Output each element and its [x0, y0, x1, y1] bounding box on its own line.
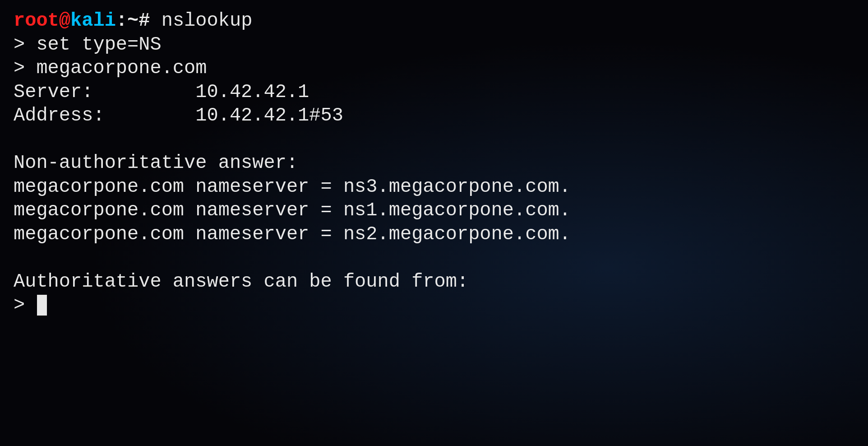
- prompt-at: @: [59, 10, 70, 32]
- output-address: Address: 10.42.42.1#53: [14, 104, 854, 128]
- output-ns3: megacorpone.com nameserver = ns3.megacor…: [14, 175, 854, 199]
- empty-line-2: [14, 246, 854, 270]
- address-value: 10.42.42.1#53: [105, 105, 343, 126]
- output-authoritative: Authoritative answers can be found from:: [14, 270, 854, 294]
- terminal-cursor: [37, 295, 47, 316]
- address-label: Address:: [14, 105, 105, 126]
- server-label: Server:: [14, 81, 93, 103]
- input-line-domain: > megacorpone.com: [14, 56, 854, 80]
- terminal-window: root@kali:~# nslookup > set type=NS > me…: [14, 9, 854, 317]
- output-non-auth: Non-authoritative answer:: [14, 151, 854, 175]
- prompt-path: ~: [127, 10, 139, 32]
- prompt-command: nslookup: [150, 10, 253, 32]
- output-ns2: megacorpone.com nameserver = ns2.megacor…: [14, 223, 854, 246]
- empty-line-1: [14, 128, 854, 152]
- prompt-hash: #: [139, 10, 150, 32]
- server-value: 10.42.42.1: [93, 81, 309, 103]
- current-prompt-gt: >: [14, 294, 36, 316]
- input-line-set-type: > set type=NS: [14, 33, 854, 57]
- prompt-separator: :: [116, 10, 127, 32]
- output-server: Server: 10.42.42.1: [14, 80, 854, 104]
- prompt-host: kali: [70, 10, 116, 32]
- output-ns1: megacorpone.com nameserver = ns1.megacor…: [14, 199, 854, 223]
- prompt-user: root: [14, 10, 59, 32]
- current-prompt-line[interactable]: >: [14, 293, 854, 317]
- command-line-1: root@kali:~# nslookup: [14, 9, 854, 33]
